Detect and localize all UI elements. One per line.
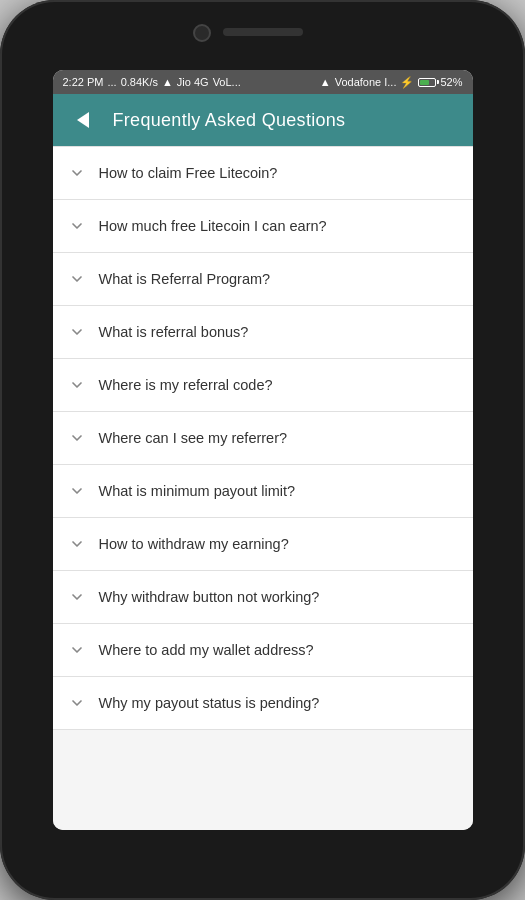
faq-item[interactable]: Where can I see my referrer?: [53, 412, 473, 465]
faq-item[interactable]: Why withdraw button not working?: [53, 571, 473, 624]
faq-question-text: What is referral bonus?: [99, 323, 249, 342]
chevron-down-icon: [67, 428, 87, 448]
faq-question-text: Where is my referral code?: [99, 376, 273, 395]
status-left: 2:22 PM ... 0.84K/s ▲ Jio 4G VoL...: [63, 76, 241, 88]
chevron-down-icon: [67, 269, 87, 289]
faq-question-text: What is minimum payout limit?: [99, 482, 296, 501]
speed-display: 0.84K/s: [121, 76, 158, 88]
vodafone-label: Vodafone I...: [335, 76, 397, 88]
signal-icon: ▲: [320, 76, 331, 88]
chevron-down-icon: [67, 163, 87, 183]
chevron-down-icon: [67, 375, 87, 395]
signal-bars-icon: ▲: [162, 76, 173, 88]
status-dots: ...: [107, 76, 116, 88]
faq-question-text: Why withdraw button not working?: [99, 588, 320, 607]
faq-item[interactable]: How to withdraw my earning?: [53, 518, 473, 571]
faq-question-text: Why my payout status is pending?: [99, 694, 320, 713]
faq-item[interactable]: How much free Litecoin I can earn?: [53, 200, 473, 253]
chevron-down-icon: [67, 481, 87, 501]
jio-label: Jio 4G: [177, 76, 209, 88]
toolbar-title: Frequently Asked Questions: [113, 110, 346, 131]
faq-question-text: Where can I see my referrer?: [99, 429, 288, 448]
chevron-down-icon: [67, 587, 87, 607]
faq-item[interactable]: Where to add my wallet address?: [53, 624, 473, 677]
faq-item[interactable]: Where is my referral code?: [53, 359, 473, 412]
chevron-down-icon: [67, 534, 87, 554]
chevron-down-icon: [67, 322, 87, 342]
back-arrow-icon: [77, 112, 89, 128]
time-display: 2:22 PM: [63, 76, 104, 88]
faq-item[interactable]: Why my payout status is pending?: [53, 677, 473, 730]
chevron-down-icon: [67, 216, 87, 236]
status-right: ▲ Vodafone I... ⚡ 52%: [320, 76, 463, 89]
faq-question-text: What is Referral Program?: [99, 270, 271, 289]
faq-item[interactable]: What is referral bonus?: [53, 306, 473, 359]
back-button[interactable]: [67, 104, 99, 136]
battery-percent: 52%: [440, 76, 462, 88]
toolbar: Frequently Asked Questions: [53, 94, 473, 146]
battery-icon: [418, 78, 436, 87]
faq-item[interactable]: How to claim Free Litecoin?: [53, 146, 473, 200]
vol-label: VoL...: [213, 76, 241, 88]
battery-fill: [420, 80, 429, 85]
bolt-icon: ⚡: [400, 76, 414, 89]
faq-question-text: Where to add my wallet address?: [99, 641, 314, 660]
faq-item[interactable]: What is minimum payout limit?: [53, 465, 473, 518]
phone-screen: 2:22 PM ... 0.84K/s ▲ Jio 4G VoL... ▲ Vo…: [53, 70, 473, 830]
faq-list: How to claim Free Litecoin? How much fre…: [53, 146, 473, 830]
chevron-down-icon: [67, 640, 87, 660]
battery-body: [418, 78, 436, 87]
faq-item[interactable]: What is Referral Program?: [53, 253, 473, 306]
faq-question-text: How much free Litecoin I can earn?: [99, 217, 327, 236]
faq-question-text: How to claim Free Litecoin?: [99, 164, 278, 183]
status-bar: 2:22 PM ... 0.84K/s ▲ Jio 4G VoL... ▲ Vo…: [53, 70, 473, 94]
chevron-down-icon: [67, 693, 87, 713]
phone-frame: 2:22 PM ... 0.84K/s ▲ Jio 4G VoL... ▲ Vo…: [0, 0, 525, 900]
faq-question-text: How to withdraw my earning?: [99, 535, 289, 554]
